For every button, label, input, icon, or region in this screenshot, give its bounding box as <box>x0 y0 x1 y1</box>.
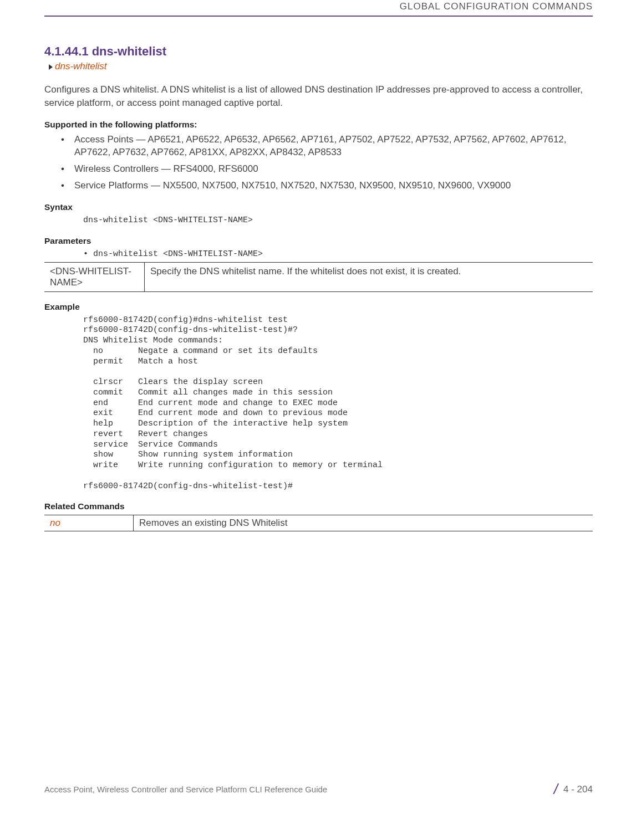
parameters-table: <DNS-WHITELIST-NAME> Specify the DNS whi… <box>44 262 593 292</box>
list-item: Wireless Controllers — RFS4000, RFS6000 <box>61 162 593 176</box>
parameters-bullet: • dns-whitelist <DNS-WHITELIST-NAME> <box>83 249 593 259</box>
syntax-heading: Syntax <box>44 202 593 212</box>
page-number: 4 - 204 <box>563 784 593 795</box>
param-desc-cell: Specify the DNS whitelist name. If the w… <box>145 262 593 291</box>
example-code: rfs6000-81742D(config)#dns-whitelist tes… <box>83 315 593 492</box>
parameters-heading: Parameters <box>44 236 593 246</box>
table-row: no Removes an existing DNS Whitelist <box>44 515 593 531</box>
example-heading: Example <box>44 302 593 312</box>
related-heading: Related Commands <box>44 501 593 511</box>
table-row: <DNS-WHITELIST-NAME> Specify the DNS whi… <box>44 262 593 291</box>
section-title: 4.1.44.1 dns-whitelist <box>44 44 593 59</box>
running-head: GLOBAL CONFIGURATION COMMANDS <box>44 0 593 16</box>
related-cmd-cell: no <box>44 515 134 531</box>
platforms-list: Access Points — AP6521, AP6522, AP6532, … <box>61 133 593 192</box>
syntax-code: dns-whitelist <DNS-WHITELIST-NAME> <box>83 216 593 226</box>
arrow-right-icon <box>49 64 53 70</box>
intro-paragraph: Configures a DNS whitelist. A DNS whitel… <box>44 83 593 110</box>
list-item: Service Platforms — NX5500, NX7500, NX75… <box>61 179 593 192</box>
slash-icon: / <box>554 781 558 798</box>
list-item: Access Points — AP6521, AP6522, AP6532, … <box>61 133 593 160</box>
param-name-cell: <DNS-WHITELIST-NAME> <box>44 262 145 291</box>
header-rule <box>44 16 593 17</box>
footer-guide-title: Access Point, Wireless Controller and Se… <box>44 785 327 794</box>
related-desc-cell: Removes an existing DNS Whitelist <box>134 515 593 531</box>
platforms-heading: Supported in the following platforms: <box>44 120 593 130</box>
breadcrumb-text: dns-whitelist <box>55 61 107 71</box>
breadcrumb: dns-whitelist <box>49 61 593 72</box>
related-commands-table: no Removes an existing DNS Whitelist <box>44 515 593 531</box>
page-footer: Access Point, Wireless Controller and Se… <box>44 781 593 809</box>
